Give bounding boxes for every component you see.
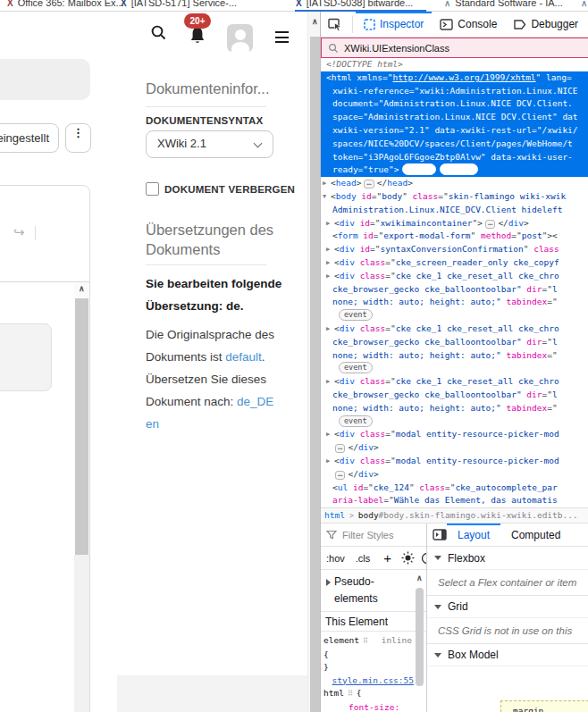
breadcrumb-node[interactable]: body <box>358 510 379 520</box>
translate-de-de-link[interactable]: de_DE <box>237 395 273 408</box>
rules-scrollbar-thumb[interactable] <box>416 588 424 686</box>
tab-inspector[interactable]: Inspector <box>356 12 432 38</box>
class-toggle-button[interactable]: .cls <box>350 553 376 564</box>
code-line[interactable]: ▶<div class="cke cke_1 cke_reset_all cke… <box>321 375 588 389</box>
boxmodel-section-header[interactable]: Box Model <box>427 643 588 666</box>
css-property-name[interactable]: font-size: <box>323 701 426 712</box>
translate-en-link[interactable]: en <box>146 417 159 431</box>
code-line[interactable]: event <box>321 415 588 429</box>
kebab-menu-button[interactable]: ⋮ <box>65 123 91 153</box>
code-line[interactable]: ▶<div id="xwikimaincontainer">…</div> <box>321 217 588 230</box>
rules-scrollbar[interactable]: ∧ <box>415 574 424 708</box>
rules-panel: Filter Styles :hov .cls + Pseudo-element… <box>321 524 426 712</box>
add-rule-button[interactable]: + <box>375 550 399 565</box>
code-line[interactable]: document="Administration.Linux.NICE DCV.… <box>321 97 588 111</box>
pseudo-elements-section[interactable]: Pseudo-elements <box>321 570 426 612</box>
scroll-up-arrow-icon[interactable]: ∧ <box>312 17 318 26</box>
code-line[interactable]: ▶<div class="cke cke_1 cke_reset_all cke… <box>321 322 588 336</box>
breadcrumb-link[interactable]: html <box>324 510 345 520</box>
code-line[interactable]: cke_browser_gecko cke_balloontoolbar" di… <box>321 389 588 402</box>
code-line[interactable]: aria-label="Wähle das Element, das autom… <box>321 494 588 507</box>
syntax-select[interactable]: XWiki 2.1 <box>146 130 273 158</box>
highlight-grid-icon[interactable]: ⠿ <box>348 690 353 698</box>
redo-icon[interactable]: ↪ <box>13 224 25 240</box>
code-line[interactable]: cke_browser_gecko cke_balloontoolbar" di… <box>321 283 588 297</box>
html-rule-selector-row[interactable]: html⠿{ <box>323 687 426 701</box>
code-line[interactable]: <form id="export-modal-form" method="pos… <box>321 230 588 243</box>
expand-panel-icon[interactable] <box>433 529 447 540</box>
code-line[interactable]: ▼<body id="body" class="skin-flamingo wi… <box>321 190 588 204</box>
code-line[interactable]: …</div> <box>321 441 588 455</box>
markup-search-box[interactable]: XWiki.UIExtensionClass <box>321 38 588 58</box>
editor-scrollbar[interactable]: ∧ <box>74 282 89 712</box>
editor-placeholder-box[interactable] <box>0 323 52 391</box>
element-rule-selector-row[interactable]: element⠿inline <box>323 634 426 649</box>
code-line[interactable]: none; width: auto; height: auto;" tabind… <box>321 296 588 309</box>
browser-tab-5-partial[interactable]: ∧ <box>581 0 588 12</box>
hide-document-checkbox[interactable] <box>146 182 159 196</box>
page-partial-field[interactable] <box>0 59 90 100</box>
code-line[interactable]: ▶<div class="modal entity-resource-picke… <box>321 428 588 441</box>
search-icon[interactable] <box>150 24 167 41</box>
tab-layout[interactable]: Layout <box>447 524 500 547</box>
code-line[interactable]: ▶<div class="cke_screen_reader_only cke_… <box>321 256 588 270</box>
browser-tab-1[interactable]: XOffice 365: Mailbox Ex... <box>7 0 124 12</box>
dark-mode-icon[interactable] <box>418 552 426 565</box>
tab-title: Standard Software - IA... <box>455 0 562 8</box>
default-language-link[interactable]: default <box>225 350 262 364</box>
tab-computed[interactable]: Computed <box>500 524 571 547</box>
user-avatar[interactable] <box>227 24 253 52</box>
editor-scrollbar-track[interactable] <box>74 555 89 712</box>
twisty-down-icon <box>434 556 441 560</box>
tab-console[interactable]: Console <box>432 12 505 38</box>
tab-title: [IATSD-5171] Service-... <box>131 0 237 8</box>
grid-section-header[interactable]: Grid <box>427 595 588 618</box>
inspector-breadcrumb[interactable]: html>body#body.skin-flamingo.wiki-xwiki.… <box>321 507 588 524</box>
code-line[interactable]: spaces/NICE%20DCV/spaces/Client/pages/We… <box>321 138 588 151</box>
code-line[interactable]: cke_browser_gecko cke_balloontoolbar" di… <box>321 336 588 349</box>
code-line[interactable]: xwiki-reference="xwiki:Administration.Li… <box>321 85 588 98</box>
toolbar-divider <box>35 226 36 240</box>
notifications-bell-icon[interactable] <box>189 26 206 46</box>
highlight-grid-icon[interactable]: ⠿ <box>363 637 368 645</box>
scroll-up-arrow-icon[interactable]: ∧ <box>416 574 423 582</box>
code-line[interactable]: xwiki-version="2.1" data-xwiki-rest-url=… <box>321 124 588 138</box>
code-line[interactable]: none; width: auto; height: auto;" tabind… <box>321 349 588 363</box>
page-scrollbar-thumb[interactable] <box>310 37 320 712</box>
translations-heading: Übersetzungen des Dokuments <box>146 220 273 259</box>
light-mode-icon[interactable] <box>401 551 415 565</box>
code-line[interactable]: Administration.Linux.NICE_DCV.Client hid… <box>321 204 588 217</box>
code-line[interactable]: <ul id="cke_124" class="cke_autocomplete… <box>321 482 588 495</box>
hamburger-menu-icon[interactable] <box>275 31 289 46</box>
code-line[interactable]: event <box>321 309 588 322</box>
pseudo-class-button[interactable]: :hov <box>321 553 350 564</box>
code-line[interactable]: ready="true">eventscroll <box>321 163 588 177</box>
divider <box>146 106 266 107</box>
filter-styles-input[interactable]: Filter Styles <box>321 524 426 547</box>
code-line[interactable]: event <box>321 362 588 375</box>
notification-count-badge[interactable]: 20+ <box>184 13 211 29</box>
code-line[interactable]: token="i3PAgoL6FGgoeZbtp0Alvw" data-xwik… <box>321 151 588 164</box>
code-line[interactable]: ▶<head>…</head> <box>321 177 588 190</box>
browser-tab-4[interactable]: ∧Standard Software - IA... <box>444 0 563 12</box>
code-line[interactable]: ▶<div class="cke cke_1 cke_reset_all cke… <box>321 270 588 283</box>
code-line[interactable]: <html xmlns="http://www.w3.org/1999/xhtm… <box>321 71 588 85</box>
node-picker-icon[interactable] <box>321 18 349 31</box>
browser-tab-2[interactable]: X[IATSD-5171] Service-... <box>121 0 237 12</box>
code-line[interactable]: <!DOCTYPE html> <box>321 58 588 71</box>
code-line[interactable]: none; width: auto; height: auto;" tabind… <box>321 402 588 415</box>
stylesheet-link[interactable]: style.min.css:55 <box>323 674 414 688</box>
divider <box>146 264 266 265</box>
flexbox-section-header[interactable]: Flexbox <box>427 547 588 570</box>
editor-scrollbar-thumb[interactable] <box>75 298 88 555</box>
configured-button[interactable]: eingestellt <box>0 123 59 153</box>
filter-placeholder: Filter Styles <box>342 530 393 540</box>
tab-debugger[interactable]: Debugger <box>505 12 586 38</box>
boxmodel-margin-region[interactable]: margin <box>500 700 588 712</box>
code-line[interactable]: ▶<div class="modal entity-resource-picke… <box>321 455 588 468</box>
scroll-up-arrow-icon[interactable]: ∧ <box>79 284 85 293</box>
code-line[interactable]: space="Administration.Linux.NICE DCV.Cli… <box>321 111 588 124</box>
page-scrollbar[interactable]: ∧ <box>307 12 320 712</box>
code-line[interactable]: ▶<div id="syntaxConversionConfirmation" … <box>321 243 588 256</box>
code-line[interactable]: …</div> <box>321 468 588 482</box>
